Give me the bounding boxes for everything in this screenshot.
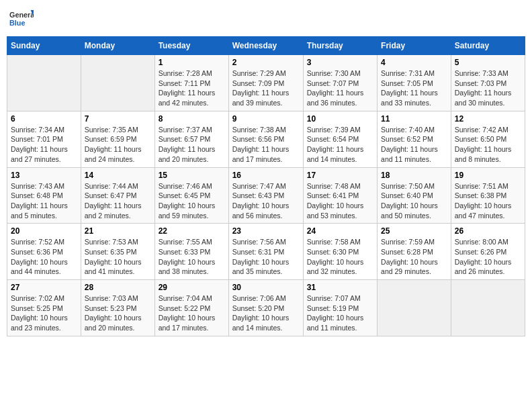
svg-text:General: General: [9, 11, 34, 19]
day-cell: 20Sunrise: 7:52 AMSunset: 6:36 PMDayligh…: [7, 224, 81, 280]
day-info: Sunrise: 7:33 AMSunset: 7:03 PMDaylight:…: [455, 68, 521, 108]
week-row-5: 27Sunrise: 7:02 AMSunset: 5:25 PMDayligh…: [7, 280, 525, 336]
day-cell: [81, 55, 154, 111]
day-cell: 27Sunrise: 7:02 AMSunset: 5:25 PMDayligh…: [7, 280, 81, 336]
calendar-header-row: SundayMondayTuesdayWednesdayThursdayFrid…: [7, 37, 525, 55]
day-number: 22: [159, 226, 225, 236]
day-info: Sunrise: 7:02 AMSunset: 5:25 PMDaylight:…: [11, 293, 77, 333]
day-number: 9: [232, 114, 300, 124]
day-info: Sunrise: 7:37 AMSunset: 6:57 PMDaylight:…: [159, 125, 225, 165]
day-cell: 1Sunrise: 7:28 AMSunset: 7:11 PMDaylight…: [154, 55, 228, 111]
day-info: Sunrise: 7:28 AMSunset: 7:11 PMDaylight:…: [159, 68, 225, 108]
day-info: Sunrise: 7:52 AMSunset: 6:36 PMDaylight:…: [11, 237, 77, 277]
day-cell: 16Sunrise: 7:47 AMSunset: 6:43 PMDayligh…: [228, 167, 303, 224]
day-cell: 6Sunrise: 7:34 AMSunset: 7:01 PMDaylight…: [7, 111, 81, 167]
week-row-2: 6Sunrise: 7:34 AMSunset: 7:01 PMDaylight…: [7, 111, 525, 167]
page-header: General Blue: [7, 7, 525, 31]
day-cell: 4Sunrise: 7:31 AMSunset: 7:05 PMDaylight…: [378, 55, 451, 111]
day-cell: 29Sunrise: 7:04 AMSunset: 5:22 PMDayligh…: [154, 280, 228, 336]
day-info: Sunrise: 7:31 AMSunset: 7:05 PMDaylight:…: [381, 68, 447, 108]
day-cell: 15Sunrise: 7:46 AMSunset: 6:45 PMDayligh…: [154, 167, 228, 224]
day-info: Sunrise: 7:46 AMSunset: 6:45 PMDaylight:…: [159, 181, 225, 221]
day-cell: 13Sunrise: 7:43 AMSunset: 6:48 PMDayligh…: [7, 167, 81, 224]
day-info: Sunrise: 7:40 AMSunset: 6:52 PMDaylight:…: [381, 125, 447, 165]
day-cell: 7Sunrise: 7:35 AMSunset: 6:59 PMDaylight…: [81, 111, 154, 167]
day-cell: 19Sunrise: 7:51 AMSunset: 6:38 PMDayligh…: [451, 167, 525, 224]
day-cell: 25Sunrise: 7:59 AMSunset: 6:28 PMDayligh…: [378, 224, 451, 280]
day-info: Sunrise: 7:29 AMSunset: 7:09 PMDaylight:…: [232, 68, 300, 108]
day-cell: 26Sunrise: 8:00 AMSunset: 6:26 PMDayligh…: [451, 224, 525, 280]
day-number: 27: [11, 283, 77, 292]
day-info: Sunrise: 7:34 AMSunset: 7:01 PMDaylight:…: [11, 125, 77, 165]
day-number: 2: [232, 58, 300, 67]
day-number: 23: [232, 226, 300, 236]
day-info: Sunrise: 7:48 AMSunset: 6:41 PMDaylight:…: [307, 181, 373, 221]
header-friday: Friday: [378, 37, 451, 55]
day-number: 6: [11, 114, 77, 124]
day-cell: [451, 280, 525, 336]
day-number: 8: [159, 114, 225, 124]
day-info: Sunrise: 7:44 AMSunset: 6:47 PMDaylight:…: [85, 181, 151, 221]
day-number: 30: [232, 283, 300, 292]
day-number: 1: [159, 58, 225, 67]
day-number: 11: [381, 114, 447, 124]
day-info: Sunrise: 7:30 AMSunset: 7:07 PMDaylight:…: [307, 68, 373, 108]
day-cell: 22Sunrise: 7:55 AMSunset: 6:33 PMDayligh…: [154, 224, 228, 280]
header-wednesday: Wednesday: [228, 37, 303, 55]
day-cell: 11Sunrise: 7:40 AMSunset: 6:52 PMDayligh…: [378, 111, 451, 167]
day-number: 21: [85, 226, 151, 236]
day-cell: 28Sunrise: 7:03 AMSunset: 5:23 PMDayligh…: [81, 280, 154, 336]
day-cell: 12Sunrise: 7:42 AMSunset: 6:50 PMDayligh…: [451, 111, 525, 167]
day-number: 16: [232, 171, 300, 180]
day-number: 5: [455, 58, 521, 67]
day-number: 17: [307, 171, 373, 180]
day-cell: 30Sunrise: 7:06 AMSunset: 5:20 PMDayligh…: [228, 280, 303, 336]
day-cell: 31Sunrise: 7:07 AMSunset: 5:19 PMDayligh…: [303, 280, 377, 336]
day-cell: 24Sunrise: 7:58 AMSunset: 6:30 PMDayligh…: [303, 224, 377, 280]
day-info: Sunrise: 7:47 AMSunset: 6:43 PMDaylight:…: [232, 181, 300, 221]
day-number: 31: [307, 283, 373, 292]
day-info: Sunrise: 7:06 AMSunset: 5:20 PMDaylight:…: [232, 293, 300, 333]
day-number: 29: [159, 283, 225, 292]
day-number: 12: [455, 114, 521, 124]
day-number: 24: [307, 226, 373, 236]
day-cell: 21Sunrise: 7:53 AMSunset: 6:35 PMDayligh…: [81, 224, 154, 280]
day-cell: [378, 280, 451, 336]
day-info: Sunrise: 8:00 AMSunset: 6:26 PMDaylight:…: [455, 237, 521, 277]
day-number: 28: [85, 283, 151, 292]
day-info: Sunrise: 7:50 AMSunset: 6:40 PMDaylight:…: [381, 181, 447, 221]
day-number: 14: [85, 171, 151, 180]
day-cell: 2Sunrise: 7:29 AMSunset: 7:09 PMDaylight…: [228, 55, 303, 111]
day-cell: 3Sunrise: 7:30 AMSunset: 7:07 PMDaylight…: [303, 55, 377, 111]
day-cell: 18Sunrise: 7:50 AMSunset: 6:40 PMDayligh…: [378, 167, 451, 224]
day-number: 25: [381, 226, 447, 236]
day-info: Sunrise: 7:42 AMSunset: 6:50 PMDaylight:…: [455, 125, 521, 165]
logo-svg: General Blue: [9, 7, 34, 31]
day-number: 26: [455, 226, 521, 236]
week-row-4: 20Sunrise: 7:52 AMSunset: 6:36 PMDayligh…: [7, 224, 525, 280]
day-info: Sunrise: 7:59 AMSunset: 6:28 PMDaylight:…: [381, 237, 447, 277]
day-info: Sunrise: 7:51 AMSunset: 6:38 PMDaylight:…: [455, 181, 521, 221]
day-cell: 17Sunrise: 7:48 AMSunset: 6:41 PMDayligh…: [303, 167, 377, 224]
day-cell: [7, 55, 81, 111]
day-number: 13: [11, 171, 77, 180]
svg-text:Blue: Blue: [9, 19, 25, 27]
week-row-1: 1Sunrise: 7:28 AMSunset: 7:11 PMDaylight…: [7, 55, 525, 111]
logo: General Blue: [9, 7, 34, 31]
day-info: Sunrise: 7:39 AMSunset: 6:54 PMDaylight:…: [307, 125, 373, 165]
day-info: Sunrise: 7:53 AMSunset: 6:35 PMDaylight:…: [85, 237, 151, 277]
day-info: Sunrise: 7:04 AMSunset: 5:22 PMDaylight:…: [159, 293, 225, 333]
day-number: 18: [381, 171, 447, 180]
day-cell: 14Sunrise: 7:44 AMSunset: 6:47 PMDayligh…: [81, 167, 154, 224]
header-monday: Monday: [81, 37, 154, 55]
day-info: Sunrise: 7:55 AMSunset: 6:33 PMDaylight:…: [159, 237, 225, 277]
week-row-3: 13Sunrise: 7:43 AMSunset: 6:48 PMDayligh…: [7, 167, 525, 224]
day-info: Sunrise: 7:03 AMSunset: 5:23 PMDaylight:…: [85, 293, 151, 333]
day-info: Sunrise: 7:38 AMSunset: 6:56 PMDaylight:…: [232, 125, 300, 165]
day-number: 10: [307, 114, 373, 124]
day-info: Sunrise: 7:43 AMSunset: 6:48 PMDaylight:…: [11, 181, 77, 221]
day-info: Sunrise: 7:07 AMSunset: 5:19 PMDaylight:…: [307, 293, 373, 333]
day-number: 19: [455, 171, 521, 180]
calendar-table: SundayMondayTuesdayWednesdayThursdayFrid…: [7, 36, 525, 336]
day-cell: 5Sunrise: 7:33 AMSunset: 7:03 PMDaylight…: [451, 55, 525, 111]
